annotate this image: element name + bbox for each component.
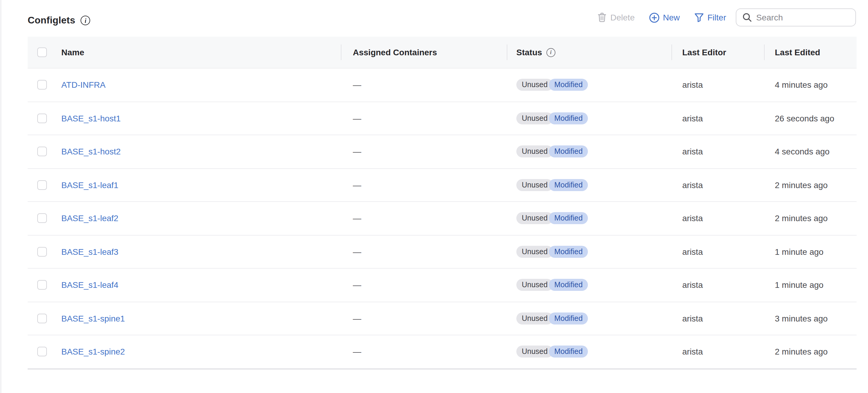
configlet-name-link[interactable]: ATD-INFRA — [61, 80, 105, 90]
status-badge-unused: Unused — [516, 79, 553, 91]
configlet-name-link[interactable]: BASE_s1-host1 — [61, 113, 121, 123]
select-all-checkbox[interactable] — [37, 47, 47, 57]
status-cell: Unused Modified — [507, 212, 672, 224]
configlets-info-icon[interactable]: i — [81, 15, 90, 25]
toolbar: Delete New Filter — [598, 8, 856, 27]
last-editor-cell: arista — [672, 214, 764, 223]
assigned-containers-cell: — — [341, 147, 507, 157]
configlets-table: Name Assigned Containers Status i Last E… — [28, 37, 857, 369]
last-editor-cell: arista — [672, 180, 764, 190]
delete-button[interactable]: Delete — [598, 12, 635, 22]
status-badge-unused: Unused — [516, 346, 553, 358]
table-body: ATD-INFRA — Unused Modified arista 4 min… — [28, 68, 857, 368]
status-cell: Unused Modified — [507, 313, 672, 325]
last-editor-cell: arista — [672, 113, 764, 123]
assigned-containers-cell: — — [341, 80, 507, 90]
table-row: BASE_s1-host1 — Unused Modified arista 2… — [28, 101, 857, 135]
row-checkbox[interactable] — [37, 314, 47, 323]
last-edited-cell: 4 minutes ago — [764, 80, 857, 90]
status-badge-modified: Modified — [549, 79, 588, 91]
last-editor-cell: arista — [672, 80, 764, 90]
status-badge-unused: Unused — [516, 179, 553, 191]
last-edited-cell: 1 minute ago — [764, 280, 857, 290]
table-row: BASE_s1-host2 — Unused Modified arista 4… — [28, 135, 857, 168]
assigned-containers-cell: — — [341, 280, 507, 290]
assigned-containers-cell: — — [341, 314, 507, 323]
filter-funnel-icon — [694, 12, 704, 22]
status-cell: Unused Modified — [507, 346, 672, 358]
status-cell: Unused Modified — [507, 246, 672, 258]
row-checkbox[interactable] — [37, 280, 47, 290]
row-checkbox[interactable] — [37, 80, 47, 90]
new-button[interactable]: New — [649, 12, 680, 23]
assigned-containers-cell: — — [341, 347, 507, 357]
configlet-name-link[interactable]: BASE_s1-leaf1 — [61, 180, 118, 190]
table-header-row: Name Assigned Containers Status i Last E… — [28, 37, 857, 68]
search-icon — [742, 12, 752, 22]
status-badge-modified: Modified — [549, 346, 588, 358]
assigned-containers-cell: — — [341, 214, 507, 223]
last-editor-cell: arista — [672, 147, 764, 157]
status-badge-modified: Modified — [549, 179, 588, 191]
table-row: BASE_s1-spine1 — Unused Modified arista … — [28, 301, 857, 335]
column-header-name[interactable]: Name — [54, 47, 341, 57]
column-header-last-edited[interactable]: Last Edited — [764, 47, 857, 57]
status-badge-unused: Unused — [516, 246, 553, 258]
row-checkbox[interactable] — [37, 113, 47, 123]
status-info-icon[interactable]: i — [547, 48, 555, 57]
row-checkbox[interactable] — [37, 180, 47, 190]
table-row: ATD-INFRA — Unused Modified arista 4 min… — [28, 68, 857, 101]
filter-label: Filter — [708, 12, 726, 22]
titlebar: Configlets i — [28, 14, 90, 27]
status-badge-modified: Modified — [549, 313, 588, 325]
status-badge-modified: Modified — [549, 146, 588, 158]
last-edited-cell: 3 minutes ago — [764, 314, 857, 323]
status-badge-unused: Unused — [516, 146, 553, 158]
row-checkbox[interactable] — [37, 347, 47, 357]
last-editor-cell: arista — [672, 314, 764, 323]
new-label: New — [663, 12, 680, 22]
last-editor-cell: arista — [672, 247, 764, 257]
table-row: BASE_s1-spine2 — Unused Modified arista … — [28, 335, 857, 368]
last-edited-cell: 26 seconds ago — [764, 113, 857, 123]
last-editor-cell: arista — [672, 347, 764, 357]
column-header-status[interactable]: Status i — [507, 47, 672, 57]
configlets-page: Configlets i Delete New — [0, 0, 868, 393]
column-header-last-editor[interactable]: Last Editor — [672, 47, 764, 57]
status-cell: Unused Modified — [507, 112, 672, 124]
status-badge-unused: Unused — [516, 279, 553, 291]
search-box[interactable] — [736, 8, 856, 27]
page-title: Configlets — [28, 15, 75, 26]
configlet-name-link[interactable]: BASE_s1-spine1 — [61, 314, 125, 323]
status-cell: Unused Modified — [507, 279, 672, 291]
row-checkbox[interactable] — [37, 247, 47, 257]
row-checkbox[interactable] — [37, 147, 47, 157]
filter-button[interactable]: Filter — [694, 12, 726, 22]
delete-label: Delete — [611, 12, 635, 22]
status-cell: Unused Modified — [507, 146, 672, 158]
status-badge-unused: Unused — [516, 112, 553, 124]
configlet-name-link[interactable]: BASE_s1-leaf3 — [61, 247, 118, 257]
plus-circle-icon — [649, 12, 659, 23]
configlet-name-link[interactable]: BASE_s1-host2 — [61, 147, 121, 157]
last-edited-cell: 2 minutes ago — [764, 214, 857, 223]
configlet-name-link[interactable]: BASE_s1-spine2 — [61, 347, 125, 357]
status-badge-unused: Unused — [516, 212, 553, 224]
search-input[interactable] — [756, 12, 849, 22]
row-checkbox[interactable] — [37, 214, 47, 223]
header-divider — [672, 44, 672, 60]
configlet-name-link[interactable]: BASE_s1-leaf2 — [61, 214, 118, 223]
status-cell: Unused Modified — [507, 179, 672, 191]
status-badge-modified: Modified — [549, 112, 588, 124]
configlet-name-link[interactable]: BASE_s1-leaf4 — [61, 280, 118, 290]
column-header-assigned-containers[interactable]: Assigned Containers — [341, 47, 507, 57]
table-row: BASE_s1-leaf3 — Unused Modified arista 1… — [28, 235, 857, 268]
status-badge-modified: Modified — [549, 279, 588, 291]
pane-divider — [1, 0, 1, 393]
status-cell: Unused Modified — [507, 79, 672, 91]
assigned-containers-cell: — — [341, 247, 507, 257]
status-badge-modified: Modified — [549, 246, 588, 258]
last-edited-cell: 1 minute ago — [764, 247, 857, 257]
status-badge-modified: Modified — [549, 212, 588, 224]
header-divider — [507, 44, 507, 60]
